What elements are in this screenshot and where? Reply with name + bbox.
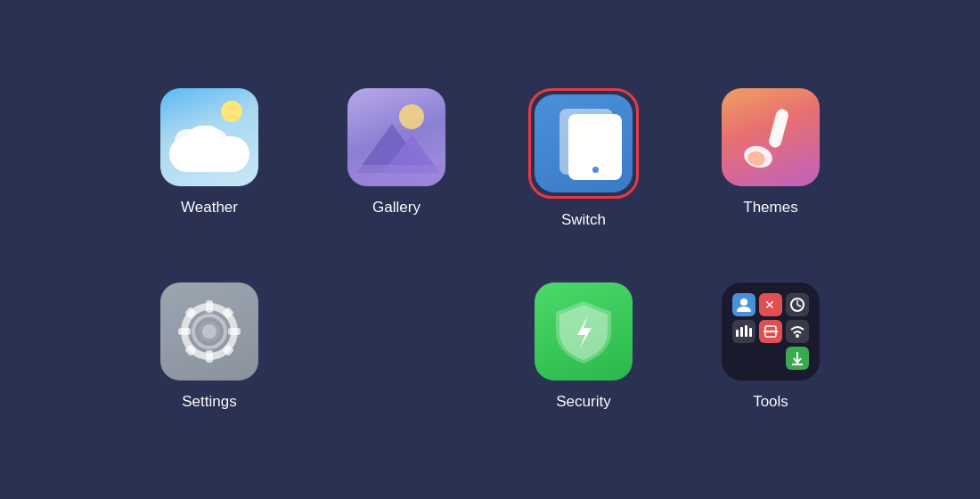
svg-point-0 — [399, 104, 424, 129]
svg-rect-3 — [347, 165, 445, 186]
app-item-settings[interactable]: Settings — [160, 282, 258, 411]
app-icon-switch — [535, 94, 633, 192]
app-label-switch: Switch — [561, 211, 606, 229]
app-label-tools: Tools — [753, 393, 788, 411]
svg-point-31 — [796, 334, 799, 338]
svg-point-18 — [202, 324, 216, 339]
settings-svg — [175, 297, 244, 366]
svg-rect-10 — [178, 328, 191, 335]
tools-mini-scanner — [759, 320, 782, 343]
app-label-weather: Weather — [181, 199, 238, 217]
svg-rect-25 — [736, 330, 739, 337]
app-icon-tools: ✕ — [722, 282, 820, 380]
app-item-weather[interactable]: Weather — [160, 88, 258, 217]
tools-mini-download — [786, 347, 809, 370]
svg-rect-26 — [740, 327, 743, 337]
svg-point-20 — [740, 299, 747, 306]
switch-dot — [592, 167, 599, 173]
gallery-svg — [347, 88, 445, 186]
svg-text:✕: ✕ — [764, 298, 775, 312]
app-icon-themes — [722, 88, 820, 186]
app-icon-settings — [160, 282, 258, 380]
tools-mini-audio — [732, 320, 755, 343]
svg-rect-28 — [749, 328, 752, 337]
app-item-switch[interactable]: Switch — [528, 88, 639, 229]
app-icon-gallery — [347, 88, 445, 186]
app-label-settings: Settings — [182, 393, 236, 411]
app-item-themes[interactable]: Themes — [722, 88, 820, 217]
security-svg — [552, 298, 615, 365]
tools-mini-grid: ✕ — [722, 282, 820, 380]
svg-rect-27 — [745, 325, 747, 337]
svg-rect-8 — [206, 300, 213, 313]
svg-rect-4 — [768, 108, 790, 149]
app-item-security[interactable]: Security — [535, 282, 633, 411]
app-item-gallery[interactable]: Gallery — [347, 88, 445, 217]
svg-line-24 — [797, 305, 801, 307]
app-label-gallery: Gallery — [372, 199, 421, 217]
tools-mini-clock — [786, 293, 809, 316]
tools-mini-wifi — [786, 320, 809, 343]
app-icon-wrapper-switch — [528, 88, 639, 199]
app-grid: Weather Gallery — [138, 88, 842, 411]
app-icon-security — [535, 282, 633, 380]
switch-card-front — [568, 114, 622, 180]
app-item-tools[interactable]: ✕ — [722, 282, 820, 411]
app-label-security: Security — [556, 393, 610, 411]
tools-mini-contacts — [732, 293, 755, 316]
app-label-themes: Themes — [743, 199, 797, 217]
app-icon-weather — [160, 88, 258, 186]
themes-svg — [735, 102, 806, 173]
svg-rect-9 — [206, 350, 213, 363]
svg-rect-11 — [228, 328, 241, 335]
tools-mini-calc: ✕ — [759, 293, 782, 316]
